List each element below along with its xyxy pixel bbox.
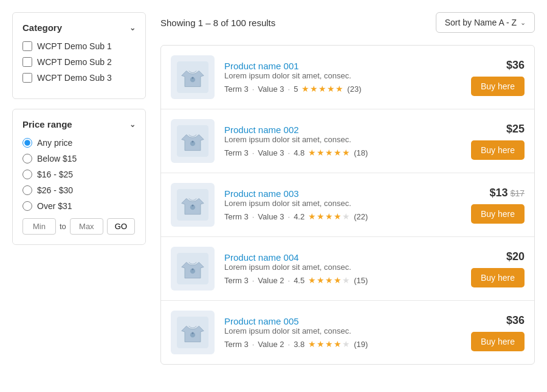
category-item[interactable]: WCPT Demo Sub 3 [22, 73, 136, 83]
price-radio[interactable] [22, 201, 32, 211]
product-price: $25 [506, 123, 525, 135]
price-option[interactable]: $26 - $30 [22, 185, 136, 195]
buy-button[interactable]: Buy here [471, 268, 525, 287]
price-radio[interactable] [22, 185, 32, 195]
price-radio[interactable] [22, 138, 32, 148]
category-label: WCPT Demo Sub 1 [37, 41, 112, 51]
product-name[interactable]: Product name 001 [224, 61, 299, 71]
dot-icon: · [288, 212, 291, 221]
price-go-button[interactable]: GO [107, 218, 135, 235]
product-image [171, 119, 215, 163]
price-option[interactable]: Any price [22, 138, 136, 148]
price-label: Over $31 [37, 201, 72, 211]
product-name[interactable]: Product name 005 [224, 316, 299, 326]
price-radio[interactable] [22, 154, 32, 163]
product-review-count: (23) [347, 84, 361, 94]
price-option[interactable]: Over $31 [22, 201, 136, 211]
product-value: Value 3 [258, 84, 284, 94]
dot-icon: · [288, 84, 291, 94]
price-option-list: Any price Below $15 $16 - $25 $26 - $30 … [22, 138, 136, 211]
product-price: $36 [506, 59, 525, 71]
price-container: $25 [506, 123, 525, 136]
category-filter-title: Category [22, 22, 62, 33]
product-image [171, 55, 215, 99]
price-to-label: to [60, 222, 66, 231]
buy-button[interactable]: Buy here [471, 332, 525, 351]
product-value: Value 2 [258, 340, 284, 349]
product-info: Product name 001 Lorem ipsum dolor sit a… [224, 61, 454, 94]
price-radio[interactable] [22, 170, 32, 179]
category-item[interactable]: WCPT Demo Sub 2 [22, 57, 136, 67]
price-label: Any price [37, 138, 72, 148]
svg-point-5 [191, 140, 193, 142]
product-name[interactable]: Product name 003 [224, 188, 299, 199]
product-desc: Lorem ipsum dolor sit amet, consec. [224, 199, 454, 208]
results-count: Showing 1 – 8 of 100 results [160, 18, 275, 28]
buy-button[interactable]: Buy here [471, 140, 525, 160]
price-input-row: to GO [22, 218, 136, 235]
dot-icon: · [252, 84, 255, 94]
price-range-filter-header[interactable]: Price range ⌄ [22, 119, 136, 129]
product-name[interactable]: Product name 004 [224, 252, 299, 263]
product-desc: Lorem ipsum dolor sit amet, consec. [224, 135, 454, 144]
category-item[interactable]: WCPT Demo Sub 1 [22, 41, 136, 51]
results-header: Showing 1 – 8 of 100 results Sort by Nam… [160, 12, 535, 33]
price-option[interactable]: $16 - $25 [22, 170, 136, 179]
price-min-input[interactable] [22, 218, 56, 235]
category-checkbox[interactable] [22, 73, 32, 83]
product-rating: 5 [294, 84, 298, 94]
product-row: Product name 001 Lorem ipsum dolor sit a… [161, 46, 534, 109]
svg-point-14 [191, 332, 193, 334]
category-checkbox[interactable] [22, 57, 32, 67]
product-meta: Term 3 · Value 2 · 4.5 ★★★★★ (15) [224, 275, 454, 285]
price-label: $16 - $25 [37, 170, 73, 179]
sort-dropdown[interactable]: Sort by Name A - Z ⌄ [436, 12, 535, 33]
product-info: Product name 003 Lorem ipsum dolor sit a… [224, 188, 454, 221]
svg-point-8 [191, 204, 193, 206]
dot-icon: · [252, 148, 255, 157]
sidebar: Category ⌄ WCPT Demo Sub 1 WCPT Demo Sub… [12, 12, 146, 365]
product-image [171, 183, 215, 227]
price-range-chevron-icon: ⌄ [129, 120, 136, 129]
dot-icon: · [252, 340, 255, 349]
price-container: $36 [506, 314, 525, 327]
price-max-input[interactable] [70, 218, 103, 235]
category-filter-header[interactable]: Category ⌄ [22, 22, 136, 33]
main-content: Showing 1 – 8 of 100 results Sort by Nam… [160, 12, 535, 365]
buy-button[interactable]: Buy here [471, 204, 525, 224]
category-checkbox[interactable] [22, 41, 32, 51]
product-value: Value 3 [258, 148, 284, 157]
product-meta: Term 3 · Value 3 · 4.8 ★★★★★ (18) [224, 148, 454, 157]
product-price: $20 [506, 250, 525, 263]
dot-icon: · [252, 212, 255, 221]
product-image [171, 247, 215, 291]
product-term: Term 3 [224, 84, 249, 94]
product-name[interactable]: Product name 002 [224, 125, 299, 135]
product-review-count: (18) [354, 148, 368, 157]
product-info: Product name 005 Lorem ipsum dolor sit a… [224, 316, 454, 349]
product-meta: Term 3 · Value 2 · 3.8 ★★★★★ (19) [224, 339, 454, 349]
product-row: Product name 002 Lorem ipsum dolor sit a… [161, 109, 534, 173]
product-price: $36 [506, 314, 525, 326]
svg-point-11 [191, 268, 193, 270]
price-range-title: Price range [22, 119, 72, 129]
price-label: $26 - $30 [37, 185, 73, 195]
product-row: Product name 003 Lorem ipsum dolor sit a… [161, 173, 534, 237]
product-meta: Term 3 · Value 3 · 4.2 ★★★★★ (22) [224, 211, 454, 221]
price-option[interactable]: Below $15 [22, 154, 136, 163]
product-image [171, 311, 215, 354]
product-term: Term 3 [224, 212, 249, 221]
price-label: Below $15 [37, 154, 77, 163]
sort-label: Sort by Name A - Z [445, 18, 517, 27]
product-info: Product name 002 Lorem ipsum dolor sit a… [224, 125, 454, 157]
product-list: Product name 001 Lorem ipsum dolor sit a… [160, 45, 535, 365]
product-review-count: (22) [354, 212, 368, 221]
price-container: $13$17 [490, 187, 525, 199]
category-chevron-icon: ⌄ [129, 24, 136, 32]
product-term: Term 3 [224, 340, 249, 349]
product-price-action: $13$17 Buy here [464, 187, 525, 224]
buy-button[interactable]: Buy here [471, 77, 525, 96]
category-label: WCPT Demo Sub 2 [37, 57, 112, 67]
dot-icon: · [288, 148, 291, 157]
product-info: Product name 004 Lorem ipsum dolor sit a… [224, 252, 454, 285]
